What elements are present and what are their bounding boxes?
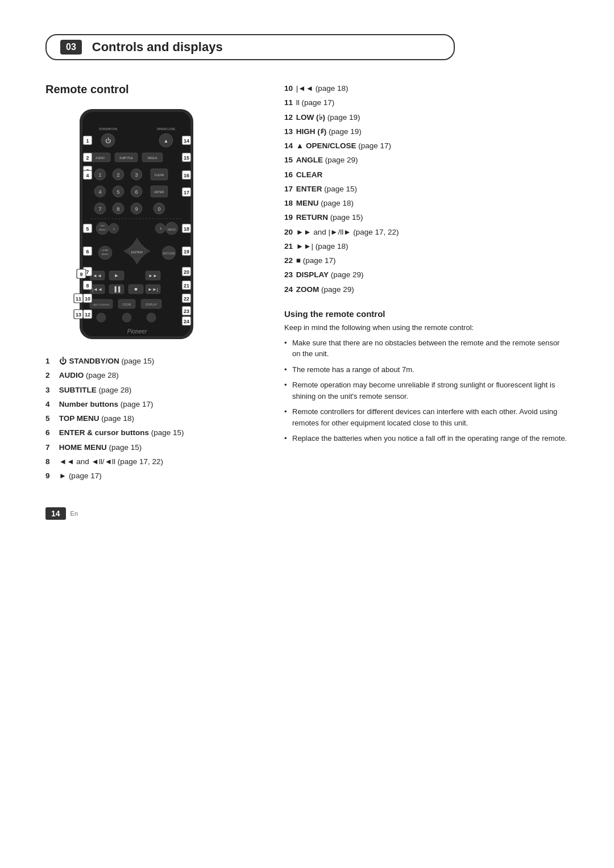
svg-text:13: 13 bbox=[76, 312, 81, 318]
svg-text:OPEN/CLOSE: OPEN/CLOSE bbox=[157, 127, 176, 131]
item-text: AUDIO (page 28) bbox=[59, 371, 119, 379]
page-number: 14 bbox=[45, 507, 66, 520]
list-item: 15 ANGLE (page 29) bbox=[284, 155, 569, 166]
list-item: 2 AUDIO (page 28) bbox=[45, 370, 262, 381]
chapter-number: 03 bbox=[60, 40, 82, 55]
page-footer: 14 En bbox=[45, 507, 569, 520]
bullet-item: Remote operation may become unreliable i… bbox=[284, 379, 569, 402]
item-number: 3 bbox=[45, 385, 53, 396]
item-text: ENTER & cursor buttons (page 15) bbox=[59, 428, 184, 437]
svg-text:TOP: TOP bbox=[100, 224, 105, 227]
list-item: 24 ZOOM (page 29) bbox=[284, 284, 569, 295]
svg-text:7: 7 bbox=[86, 269, 89, 275]
bullet-item: Remote controllers for different devices… bbox=[284, 406, 569, 428]
svg-text:8: 8 bbox=[117, 206, 119, 212]
page: 03 Controls and displays Remote control … bbox=[0, 0, 614, 554]
list-item: 17 ENTER (page 15) bbox=[284, 183, 569, 195]
svg-text:ANGLE: ANGLE bbox=[148, 156, 158, 160]
svg-text:SUBTITLE: SUBTITLE bbox=[119, 156, 134, 160]
svg-text:6: 6 bbox=[135, 189, 138, 195]
item-number: 1 bbox=[45, 356, 53, 367]
svg-text:6: 6 bbox=[86, 249, 89, 254]
svg-text:◄◄: ◄◄ bbox=[93, 273, 102, 278]
svg-text:22: 22 bbox=[184, 296, 189, 302]
svg-text:DISPLAY: DISPLAY bbox=[146, 303, 157, 306]
svg-text:Pioneer: Pioneer bbox=[127, 328, 147, 335]
svg-text:5: 5 bbox=[86, 226, 89, 232]
list-item: 18 MENU (page 18) bbox=[284, 198, 569, 209]
svg-text:♯: ♯ bbox=[160, 227, 161, 231]
svg-text:|◄◄: |◄◄ bbox=[92, 287, 102, 292]
left-items-list: 1 ⏻ STANDBY/ON (page 15) 2 AUDIO (page 2… bbox=[45, 356, 262, 482]
item-text: Number buttons (page 17) bbox=[59, 400, 154, 408]
svg-text:ENTER: ENTER bbox=[131, 251, 143, 254]
svg-text:4: 4 bbox=[86, 173, 89, 178]
item-text: ◄◄ and ◄ll/◄ll (page 17, 22) bbox=[59, 457, 163, 466]
list-item: 14 ▲ OPEN/CLOSE (page 17) bbox=[284, 140, 569, 152]
item-text: ⏻ STANDBY/ON (page 15) bbox=[59, 357, 155, 365]
svg-text:AUDIO: AUDIO bbox=[96, 156, 105, 160]
svg-text:ZOOM: ZOOM bbox=[123, 303, 131, 306]
list-item: 7 HOME MENU (page 15) bbox=[45, 442, 262, 453]
item-number: 4 bbox=[45, 399, 53, 410]
svg-text:2: 2 bbox=[86, 155, 89, 161]
svg-text:MENU: MENU bbox=[99, 228, 106, 231]
svg-text:3: 3 bbox=[135, 172, 138, 178]
left-column: Remote control STANDBY/ON OPEN/CLOSE ⏻ bbox=[45, 83, 262, 485]
item-number: 5 bbox=[45, 413, 53, 424]
svg-text:RETURN: RETURN bbox=[163, 252, 175, 255]
svg-text:MENU: MENU bbox=[102, 253, 109, 256]
item-text: TOP MENU (page 18) bbox=[59, 414, 134, 423]
using-intro: Keep in mind the following when using th… bbox=[284, 323, 569, 332]
svg-text:9: 9 bbox=[80, 272, 82, 277]
svg-text:14: 14 bbox=[184, 138, 189, 144]
svg-text:12: 12 bbox=[85, 312, 90, 318]
list-item: 21 ►►| (page 18) bbox=[284, 241, 569, 252]
main-content: Remote control STANDBY/ON OPEN/CLOSE ⏻ bbox=[45, 83, 569, 485]
item-number: 7 bbox=[45, 442, 53, 453]
using-title: Using the remote control bbox=[284, 309, 569, 319]
svg-text:⏻: ⏻ bbox=[105, 137, 111, 144]
svg-text:20: 20 bbox=[184, 269, 189, 275]
svg-text:17: 17 bbox=[184, 190, 189, 195]
svg-text:5: 5 bbox=[117, 189, 119, 195]
svg-text:11: 11 bbox=[76, 296, 81, 302]
svg-text:23: 23 bbox=[184, 308, 189, 314]
svg-text:■: ■ bbox=[134, 286, 137, 292]
right-column: 10 |◄◄ (page 18) 11 ll (page 17) 12 LOW … bbox=[284, 83, 569, 449]
bullet-list: Make sure that there are no obstacles be… bbox=[284, 337, 569, 444]
list-item: 8 ◄◄ and ◄ll/◄ll (page 17, 22) bbox=[45, 456, 262, 468]
item-number: 8 bbox=[45, 456, 53, 468]
svg-text:ENTER: ENTER bbox=[155, 190, 164, 194]
bullet-item: Replace the batteries when you notice a … bbox=[284, 433, 569, 444]
list-item: 3 SUBTITLE (page 28) bbox=[45, 385, 262, 396]
item-text: ► (page 17) bbox=[59, 471, 102, 480]
svg-text:HOME: HOME bbox=[102, 249, 109, 252]
svg-text:►►|: ►►| bbox=[148, 287, 158, 292]
list-item: 23 DISPLAY (page 29) bbox=[284, 269, 569, 281]
list-item: 11 ll (page 17) bbox=[284, 97, 569, 108]
list-item: 22 ■ (page 17) bbox=[284, 255, 569, 266]
svg-text:▲: ▲ bbox=[164, 138, 169, 144]
svg-text:7: 7 bbox=[98, 206, 101, 212]
svg-point-79 bbox=[97, 313, 106, 322]
remote-section-title: Remote control bbox=[45, 83, 262, 96]
svg-text:0: 0 bbox=[157, 206, 160, 212]
svg-text:2: 2 bbox=[117, 172, 119, 178]
item-number: 9 bbox=[45, 470, 53, 482]
svg-text:16: 16 bbox=[184, 173, 189, 178]
svg-text:19: 19 bbox=[184, 249, 189, 254]
item-text: HOME MENU (page 15) bbox=[59, 443, 142, 452]
list-item: 6 ENTER & cursor buttons (page 15) bbox=[45, 427, 262, 439]
bullet-item: The remote has a range of about 7m. bbox=[284, 364, 569, 375]
right-items-list: 10 |◄◄ (page 18) 11 ll (page 17) 12 LOW … bbox=[284, 83, 569, 295]
svg-text:9: 9 bbox=[135, 206, 138, 212]
list-item: 19 RETURN (page 15) bbox=[284, 212, 569, 223]
list-item: 4 Number buttons (page 17) bbox=[45, 399, 262, 410]
list-item: 1 ⏻ STANDBY/ON (page 15) bbox=[45, 356, 262, 367]
svg-text:STANDBY/ON: STANDBY/ON bbox=[99, 127, 118, 131]
svg-text:▐▐: ▐▐ bbox=[113, 286, 121, 293]
bullet-item: Make sure that there are no obstacles be… bbox=[284, 337, 569, 360]
item-text: SUBTITLE (page 28) bbox=[59, 386, 132, 394]
list-item: 13 HIGH (♯) (page 19) bbox=[284, 126, 569, 137]
